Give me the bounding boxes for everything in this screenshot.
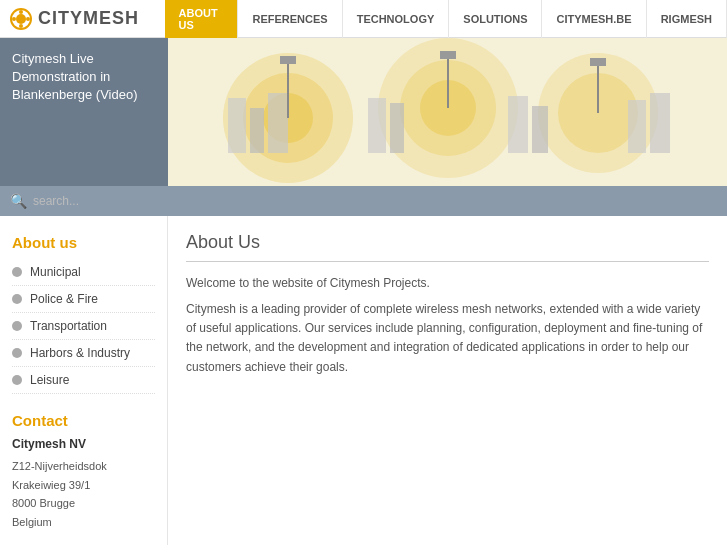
main-nav: ABOUT US REFERENCES TECHNOLOGY SOLUTIONS…	[165, 0, 727, 38]
svg-rect-22	[628, 100, 646, 153]
nav-about-us[interactable]: ABOUT US	[165, 0, 239, 38]
sidebar-item-police-fire[interactable]: Police & Fire	[12, 286, 155, 313]
content-area: About Us Welcome to the website of Citym…	[168, 216, 727, 545]
svg-point-5	[19, 24, 23, 28]
banner: Citymesh Live Demonstration in Blankenbe…	[0, 38, 727, 186]
search-input[interactable]	[33, 194, 173, 208]
contact-title: Contact	[12, 412, 155, 429]
nav-technology[interactable]: TECHNOLOGY	[343, 0, 450, 38]
svg-rect-23	[650, 93, 670, 153]
address-line3: 8000 Brugge	[12, 494, 155, 513]
nav-references[interactable]: REFERENCES	[238, 0, 342, 38]
banner-image	[168, 38, 727, 186]
address-country: Belgium	[12, 513, 155, 532]
content-welcome: Welcome to the website of Citymesh Proje…	[186, 276, 709, 290]
svg-point-4	[26, 17, 30, 21]
logo-text: CITYMESH	[38, 8, 139, 29]
sidebar-item-municipal[interactable]: Municipal	[12, 259, 155, 286]
header: CITYMESH ABOUT US REFERENCES TECHNOLOGY …	[0, 0, 727, 38]
address-line2: Krakeiwieg 39/1	[12, 476, 155, 495]
svg-rect-21	[532, 106, 548, 153]
bullet-icon	[12, 375, 22, 385]
contact-info: Z12-Nijverheidsdok Krakeiwieg 39/1 8000 …	[12, 457, 155, 545]
nav-solutions[interactable]: SOLUTIONS	[449, 0, 542, 38]
sidebar: About us Municipal Police & Fire Transpo…	[0, 216, 168, 545]
sidebar-item-harbors[interactable]: Harbors & Industry	[12, 340, 155, 367]
svg-rect-29	[590, 58, 606, 66]
content-title: About Us	[186, 232, 709, 262]
svg-rect-16	[250, 108, 264, 153]
svg-rect-20	[508, 96, 528, 153]
bullet-icon	[12, 348, 22, 358]
svg-point-3	[12, 17, 16, 21]
logo-icon	[10, 8, 32, 30]
search-icon: 🔍	[10, 193, 27, 209]
nav-citymesh-be[interactable]: CITYMESH.BE	[542, 0, 646, 38]
nav-rigmesh[interactable]: RIGMESH	[647, 0, 727, 38]
content-body: Citymesh is a leading provider of comple…	[186, 300, 709, 377]
svg-rect-28	[440, 51, 456, 59]
bullet-icon	[12, 294, 22, 304]
svg-point-1	[16, 14, 26, 24]
bullet-icon	[12, 321, 22, 331]
sidebar-item-leisure[interactable]: Leisure	[12, 367, 155, 394]
company-name: Citymesh NV	[12, 437, 155, 451]
address-line1: Z12-Nijverheidsdok	[12, 457, 155, 476]
about-us-title: About us	[12, 234, 155, 251]
svg-rect-17	[268, 93, 288, 153]
main-layout: About us Municipal Police & Fire Transpo…	[0, 216, 727, 545]
svg-point-2	[19, 10, 23, 14]
svg-rect-19	[390, 103, 404, 153]
search-bar: 🔍	[0, 186, 727, 216]
svg-rect-27	[280, 56, 296, 64]
svg-rect-15	[228, 98, 246, 153]
bullet-icon	[12, 267, 22, 277]
logo-area: CITYMESH	[0, 8, 165, 30]
svg-rect-18	[368, 98, 386, 153]
sidebar-item-transportation[interactable]: Transportation	[12, 313, 155, 340]
contact-section: Contact Citymesh NV Z12-Nijverheidsdok K…	[12, 412, 155, 545]
banner-text: Citymesh Live Demonstration in Blankenbe…	[0, 38, 168, 186]
